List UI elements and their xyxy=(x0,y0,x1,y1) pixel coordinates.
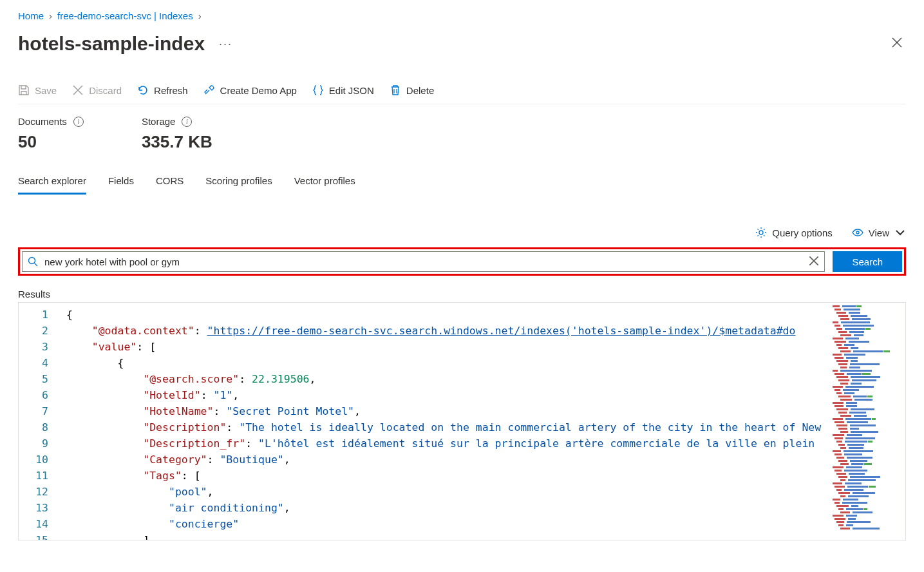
tab-cors[interactable]: CORS xyxy=(156,175,184,195)
documents-stat: Documents i 50 xyxy=(18,116,84,152)
chevron-right-icon: › xyxy=(49,10,52,21)
discard-icon xyxy=(72,84,84,96)
refresh-icon xyxy=(137,84,149,96)
results-label: Results xyxy=(18,289,906,300)
close-icon xyxy=(892,37,902,48)
search-button[interactable]: Search xyxy=(833,251,902,272)
storage-value: 335.7 KB xyxy=(142,132,212,152)
chevron-down-icon xyxy=(894,227,906,238)
eye-icon xyxy=(852,227,863,238)
tab-scoring-profiles[interactable]: Scoring profiles xyxy=(205,175,272,195)
breadcrumb-service[interactable]: free-demo-search-svc | Indexes xyxy=(57,10,193,21)
page-title: hotels-sample-index xyxy=(18,33,205,55)
clear-search-button[interactable] xyxy=(809,256,819,268)
edit-json-button[interactable]: Edit JSON xyxy=(312,84,374,96)
storage-label: Storage xyxy=(142,116,176,127)
tab-fields[interactable]: Fields xyxy=(108,175,134,195)
trash-icon xyxy=(390,84,401,96)
delete-button[interactable]: Delete xyxy=(390,84,434,96)
line-gutter: 123456789101112131415 xyxy=(19,303,60,540)
tabs: Search explorer Fields CORS Scoring prof… xyxy=(18,175,906,195)
save-icon xyxy=(18,84,30,96)
tab-search-explorer[interactable]: Search explorer xyxy=(18,175,86,195)
refresh-button[interactable]: Refresh xyxy=(137,84,188,96)
view-button[interactable]: View xyxy=(852,227,906,238)
svg-point-2 xyxy=(29,258,35,264)
query-options-button[interactable]: Query options xyxy=(755,227,832,238)
close-button[interactable] xyxy=(888,33,906,55)
braces-icon xyxy=(312,84,324,96)
info-icon[interactable]: i xyxy=(73,117,84,127)
search-input[interactable] xyxy=(44,256,802,267)
create-demo-app-button[interactable]: Create Demo App xyxy=(203,84,297,96)
breadcrumb-home[interactable]: Home xyxy=(18,10,44,21)
json-results[interactable]: { "@odata.context": "https://free-demo-s… xyxy=(60,303,828,540)
search-box[interactable] xyxy=(22,251,825,272)
svg-point-0 xyxy=(759,231,763,234)
more-actions-button[interactable]: ··· xyxy=(219,37,232,51)
search-icon xyxy=(28,256,38,267)
results-editor: 123456789101112131415 { "@odata.context"… xyxy=(18,302,906,540)
chevron-right-icon: › xyxy=(198,10,202,21)
documents-label: Documents xyxy=(18,116,67,127)
search-row-highlight: Search xyxy=(18,247,906,276)
tools-icon xyxy=(203,84,215,96)
close-icon xyxy=(809,256,819,266)
save-button: Save xyxy=(18,84,57,96)
info-icon[interactable]: i xyxy=(182,117,192,127)
discard-button: Discard xyxy=(72,84,122,96)
svg-point-1 xyxy=(856,231,859,234)
gear-icon xyxy=(755,227,767,238)
stats-row: Documents i 50 Storage i 335.7 KB xyxy=(18,116,906,152)
documents-value: 50 xyxy=(18,132,84,152)
breadcrumb: Home › free-demo-search-svc | Indexes › xyxy=(18,0,906,21)
tab-vector-profiles[interactable]: Vector profiles xyxy=(294,175,355,195)
minimap[interactable] xyxy=(828,303,905,540)
storage-stat: Storage i 335.7 KB xyxy=(142,116,212,152)
toolbar: Save Discard Refresh Create Demo App Edi… xyxy=(18,84,906,104)
